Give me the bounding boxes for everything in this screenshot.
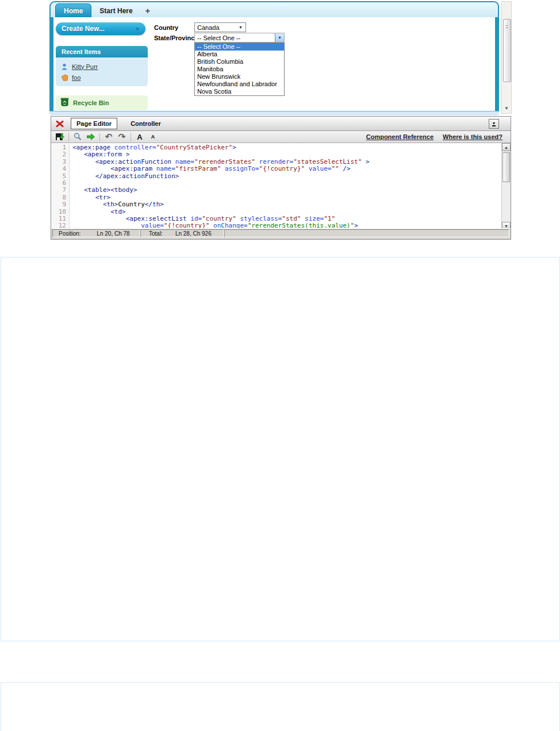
state-province-select[interactable]: -- Select One -- ▼ [194, 33, 285, 43]
line-number: 1 [51, 144, 70, 151]
page-editor-panel: Page Editor Controller ▼ [51, 116, 511, 240]
toolbar-separator [131, 133, 131, 141]
content-placeholder-1 [1, 257, 560, 641]
component-reference-link[interactable]: Component Reference [366, 133, 434, 140]
tab-page-editor[interactable]: Page Editor [71, 118, 117, 129]
tab-start-here[interactable]: Start Here [91, 4, 140, 17]
scroll-down-icon[interactable]: ▼ [504, 106, 509, 111]
line-number: 9 [51, 201, 70, 208]
create-new-button[interactable]: Create New... ▼ [56, 22, 145, 35]
dropdown-option[interactable]: Manitoba [195, 66, 284, 73]
code-scrollbar[interactable]: ▲ ▼ [501, 143, 511, 230]
code-lines: 1<apex:page controller="CountryStatePick… [51, 144, 501, 230]
line-number: 4 [51, 166, 70, 172]
line-number: 7 [51, 187, 70, 194]
state-options-list: -- Select One --AlbertaBritish ColumbiaM… [194, 43, 285, 96]
dropdown-button-icon[interactable]: ▼ [275, 33, 284, 42]
editor-links: Component Reference Where is this used? [366, 133, 511, 140]
where-is-this-used-link[interactable]: Where is this used? [443, 133, 503, 140]
dropdown-option[interactable]: Nova Scotia [195, 88, 284, 95]
close-icon[interactable] [56, 120, 64, 128]
recent-items-list: Kitty Purrfoo [56, 57, 148, 86]
collapse-icon: ▼ [492, 121, 496, 126]
browser-scrollbar[interactable]: ▼ [501, 1, 512, 114]
recycle-bin-label: Recycle Bin [73, 99, 109, 106]
redo-icon[interactable]: ↷ [117, 132, 126, 141]
position-label: Position: [59, 230, 80, 237]
position-value: Ln 20, Ch 78 [97, 230, 129, 237]
scrollbar-thumb[interactable] [503, 152, 510, 182]
line-number: 8 [51, 194, 70, 201]
browser-panel-bottom [49, 111, 499, 116]
status-total: Total: Ln 28, Ch 926 [140, 229, 224, 237]
scrollbar-thumb[interactable] [503, 19, 511, 82]
toolbar-separator [99, 133, 100, 141]
tab-controller[interactable]: Controller [125, 118, 166, 129]
save-icon[interactable] [55, 132, 64, 141]
list-item: foo [61, 72, 148, 83]
browser-content: Create New... ▼ Recent Items Kitty Purrf… [49, 17, 499, 111]
dropdown-option[interactable]: -- Select One -- [195, 43, 284, 51]
state-select-value: -- Select One -- [197, 34, 240, 41]
status-position: Position: Ln 20, Ch 78 [52, 229, 140, 237]
recent-item-link[interactable]: foo [72, 74, 80, 81]
recent-items-header: Recent Items [56, 46, 148, 57]
search-icon[interactable] [73, 132, 82, 141]
editor-statusbar: Position: Ln 20, Ch 78 Total: Ln 28, Ch … [51, 228, 511, 239]
recycle-bin-icon [60, 97, 69, 109]
recycle-bin-link[interactable]: Recycle Bin [56, 95, 148, 110]
content-placeholder-2 [1, 682, 560, 731]
line-number: 5 [51, 173, 70, 180]
scroll-up-icon[interactable]: ▲ [502, 143, 511, 151]
status-empty [224, 229, 509, 237]
editor-toolbar: ↶ ↷ A A Component Reference Where is thi… [51, 131, 511, 143]
list-item: Kitty Purr [61, 61, 148, 72]
country-select-value: Canada [197, 24, 220, 31]
go-to-line-icon[interactable] [86, 132, 95, 141]
code-line[interactable]: 5 </apex:actionFunction> [51, 173, 501, 180]
line-number: 6 [51, 180, 70, 187]
chevron-down-icon: ▼ [239, 25, 243, 29]
browser-tabstrip: Home Start Here + [49, 1, 499, 17]
line-number: 2 [51, 151, 70, 158]
line-number: 3 [51, 159, 70, 166]
toolbar-separator [68, 133, 69, 141]
chevron-down-icon: ▼ [135, 26, 140, 32]
recent-item-link[interactable]: Kitty Purr [72, 63, 98, 70]
dropdown-option[interactable]: British Columbia [195, 58, 284, 66]
editor-tabbar: Page Editor Controller ▼ [51, 117, 511, 131]
country-select[interactable]: Canada ▼ [194, 22, 246, 32]
tab-home[interactable]: Home [55, 3, 91, 17]
screen: Home Start Here + Create New... ▼ Recent… [0, 0, 560, 731]
total-label: Total: [149, 230, 163, 237]
code-text: </apex:actionFunction> [70, 173, 179, 180]
country-label: Country [154, 24, 178, 31]
person-icon [61, 63, 68, 70]
tab-add[interactable]: + [141, 4, 155, 17]
state-province-label: State/Province [154, 34, 198, 41]
tag-icon [61, 74, 68, 81]
create-new-label: Create New... [62, 25, 105, 33]
undo-icon[interactable]: ↶ [104, 132, 113, 141]
dropdown-option[interactable]: Newfoundland and Labrador [195, 80, 284, 88]
font-larger-icon[interactable]: A [135, 132, 144, 141]
dropdown-option[interactable]: New Brunswick [195, 73, 284, 80]
collapse-editor-button[interactable]: ▼ [489, 119, 499, 129]
total-value: Ln 28, Ch 926 [175, 230, 212, 237]
font-smaller-icon[interactable]: A [148, 132, 158, 141]
code-line[interactable]: 7 <table><tbody> [51, 187, 501, 194]
dropdown-option[interactable]: Alberta [195, 51, 284, 58]
code-editor[interactable]: 1<apex:page controller="CountryStatePick… [51, 143, 511, 230]
